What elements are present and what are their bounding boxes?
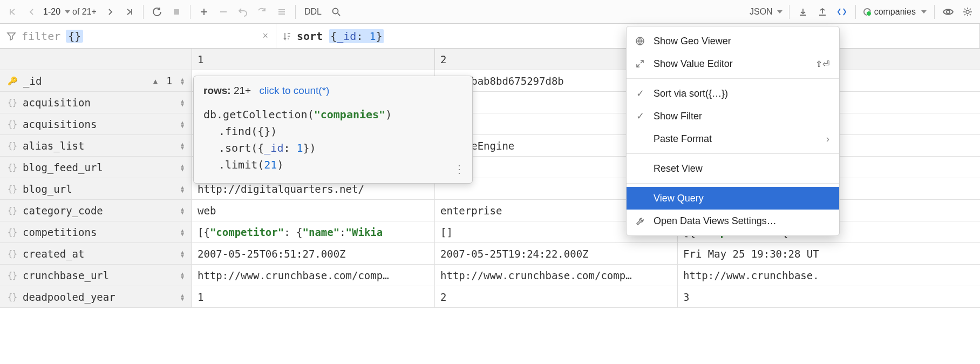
count-link[interactable]: click to count(*) <box>259 85 329 96</box>
page-next-button[interactable] <box>101 3 119 21</box>
datasource-select[interactable]: companies <box>860 7 930 17</box>
data-cell[interactable]: Fri May 25 19:30:28 UT <box>678 243 980 264</box>
sorter-icon[interactable]: ▲▼ <box>178 293 187 301</box>
filter-label: filter <box>22 30 60 43</box>
view-toggle-button[interactable] <box>939 3 957 21</box>
check-icon: ✓ <box>634 87 646 99</box>
ddl-label: DDL <box>302 7 324 17</box>
add-row-button[interactable] <box>195 3 213 21</box>
braces-icon: {} <box>8 227 17 237</box>
sorter-icon[interactable]: ▲▼ <box>178 120 187 128</box>
braces-icon: {} <box>8 119 17 129</box>
globe-icon <box>634 36 646 46</box>
field-name: blog_feed_url <box>23 161 103 173</box>
field-header[interactable]: {}deadpooled_year▲▼ <box>0 286 192 307</box>
import-button[interactable] <box>813 3 832 21</box>
commit-button[interactable] <box>253 3 271 21</box>
export-button[interactable] <box>794 3 812 21</box>
data-cell[interactable]: 3 <box>678 286 980 307</box>
reload-button[interactable] <box>148 3 166 21</box>
page-prev-button[interactable] <box>23 3 41 21</box>
field-header[interactable]: {}created_at▲▼ <box>0 243 192 264</box>
field-header[interactable]: {}category_code▲▼ <box>0 200 192 221</box>
sorter-icon[interactable]: ▲▼ <box>178 164 187 171</box>
sorter-icon[interactable]: ▲▼ <box>178 228 187 236</box>
field-header[interactable]: {}crunchbase_url▲▼ <box>0 265 192 286</box>
data-cell[interactable]: http://www.crunchbase. <box>678 265 980 286</box>
page-first-button[interactable] <box>3 3 22 21</box>
rows-value: 21+ <box>234 85 251 96</box>
sort-expression: sort {_id: 1} <box>297 30 384 43</box>
data-cell[interactable]: 2007-05-25T19:24:22.000Z <box>435 243 678 264</box>
data-cell[interactable]: http://www.crunchbase.com/comp… <box>192 265 435 286</box>
menu-label: Paste Format <box>654 133 712 145</box>
key-icon: 🔑 <box>8 76 18 86</box>
page-of-label: of 21+ <box>71 7 100 17</box>
sort-icon <box>283 31 291 41</box>
braces-icon: {} <box>8 271 17 280</box>
chevron-down-icon <box>777 10 782 14</box>
data-cell[interactable]: 2 <box>435 286 678 307</box>
format-label: JSON <box>747 7 775 17</box>
settings-button[interactable] <box>958 3 977 21</box>
menu-open-settings[interactable]: Open Data Views Settings… <box>627 210 839 232</box>
remove-row-button[interactable] <box>214 3 233 21</box>
filter-clear-icon[interactable]: × <box>262 30 268 42</box>
menu-label: Reset View <box>654 163 703 174</box>
compare-button[interactable] <box>833 3 851 21</box>
ddl-button[interactable]: DDL <box>300 3 326 21</box>
menu-separator <box>627 183 839 184</box>
field-name: crunchbase_url <box>23 269 109 281</box>
data-cell[interactable]: http://www.crunchbase.com/comp… <box>435 265 678 286</box>
field-name: created_at <box>23 248 84 260</box>
sorter-icon[interactable]: ▲▼ <box>178 77 187 85</box>
sorter-icon[interactable]: ▲▼ <box>178 142 187 150</box>
rows-label: rows: <box>203 85 231 96</box>
sorter-icon[interactable]: ▲▼ <box>178 250 187 258</box>
filter-input[interactable]: filter {} × <box>0 24 276 48</box>
menu-show-filter[interactable]: ✓ Show Filter <box>627 105 839 127</box>
query-tooltip: rows: 21+ click to count(*) db.getCollec… <box>193 76 473 184</box>
menu-show-value-editor[interactable]: Show Value Editor ⇧⏎ <box>627 52 839 75</box>
field-name: alias_list <box>23 140 84 152</box>
field-name: deadpooled_year <box>23 291 115 303</box>
data-cell[interactable]: web <box>192 200 435 221</box>
search-button[interactable] <box>327 3 345 21</box>
field-header[interactable]: {}blog_feed_url▲▼ <box>0 157 192 178</box>
field-header[interactable]: {}competitions▲▼ <box>0 221 192 242</box>
menu-paste-format[interactable]: Paste Format › <box>627 127 839 150</box>
menu-show-geo-viewer[interactable]: Show Geo Viewer <box>627 30 839 52</box>
field-header[interactable]: {}acquisition▲▼ <box>0 92 192 113</box>
menu-label: Show Value Editor <box>654 58 733 70</box>
braces-icon: {} <box>8 249 17 259</box>
sorter-icon[interactable]: ▲▼ <box>178 99 187 106</box>
tx-button[interactable] <box>273 3 291 21</box>
svg-rect-0 <box>174 9 179 15</box>
stop-button[interactable] <box>167 3 186 21</box>
menu-label: Open Data Views Settings… <box>654 215 777 227</box>
sorter-icon[interactable]: ▲▼ <box>178 185 187 193</box>
page-last-button[interactable] <box>120 3 139 21</box>
field-name: blog_url <box>23 183 72 195</box>
data-cell[interactable]: 2007-05-25T06:51:27.000Z <box>192 243 435 264</box>
sorter-icon[interactable]: ▲▼ <box>178 272 187 279</box>
sorter-icon[interactable]: ▲▼ <box>178 207 187 214</box>
menu-view-query[interactable]: View Query <box>627 187 839 210</box>
braces-icon: {} <box>8 292 17 302</box>
menu-sort-via-sort[interactable]: ✓ Sort via sort({…}) <box>627 82 839 105</box>
data-cell[interactable]: 1 <box>192 286 435 307</box>
field-name: _id <box>23 75 42 87</box>
field-header[interactable]: {}blog_url▲▼ <box>0 178 192 199</box>
field-header[interactable]: {}alias_list▲▼ <box>0 135 192 156</box>
revert-button[interactable] <box>234 3 252 21</box>
kebab-icon[interactable]: ⋮ <box>454 163 465 176</box>
column-header[interactable]: 1 <box>192 49 435 70</box>
data-cell[interactable]: [{"competitor": {"name": "Wikia <box>192 221 435 242</box>
format-select[interactable]: JSON <box>745 3 785 21</box>
menu-separator <box>627 78 839 79</box>
filter-icon <box>6 31 16 41</box>
page-range[interactable]: 1-20 of 21+ <box>42 7 100 17</box>
menu-reset-view[interactable]: Reset View <box>627 157 839 180</box>
field-header[interactable]: {}acquisitions▲▼ <box>0 113 192 134</box>
field-header[interactable]: 🔑_id▲1▲▼ <box>0 70 192 91</box>
